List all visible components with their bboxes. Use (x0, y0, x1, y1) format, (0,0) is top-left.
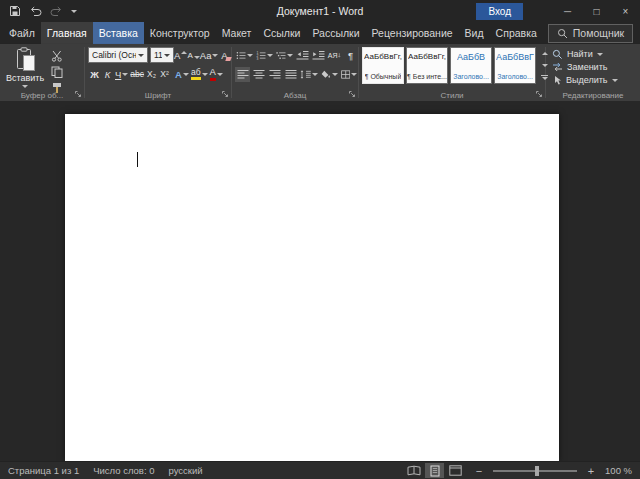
document-page[interactable] (65, 114, 559, 461)
maximize-button[interactable]: □ (582, 0, 611, 22)
tab-references[interactable]: Ссылки (257, 22, 306, 44)
zoom-slider-thumb[interactable] (535, 466, 539, 476)
save-icon (9, 5, 21, 17)
style-normal[interactable]: АаБбВвГг, ¶ Обычный (362, 47, 404, 84)
paragraph-group-label: Абзац (232, 91, 358, 100)
sort-arrow-icon (338, 51, 341, 60)
qat-customize-button[interactable] (71, 3, 77, 19)
read-mode-button[interactable] (404, 463, 423, 478)
zoom-slider[interactable] (493, 470, 577, 472)
align-center-button[interactable] (251, 67, 266, 82)
font-size-select[interactable]: 11 (150, 47, 174, 63)
paragraph-dialog-launcher[interactable] (348, 90, 356, 98)
align-left-icon (237, 69, 249, 80)
tab-layout[interactable]: Макет (216, 22, 258, 44)
page-indicator[interactable]: Страница 1 из 1 (8, 465, 79, 476)
view-switcher (404, 463, 465, 478)
find-icon (552, 49, 563, 60)
subscript-button[interactable]: X₂ (145, 67, 158, 82)
style-no-spacing[interactable]: АаБбВвГг, ¶ Без инте... (406, 47, 448, 84)
decrease-indent-button[interactable] (295, 48, 310, 63)
change-case-button[interactable]: Аа (200, 48, 218, 63)
align-left-button[interactable] (235, 67, 250, 82)
copy-icon (51, 66, 63, 78)
minimize-button[interactable]: ─ (553, 0, 582, 22)
font-name-select[interactable]: Calibri (Осн (88, 47, 148, 63)
copy-button[interactable] (51, 66, 63, 78)
bold-button[interactable]: Ж (88, 67, 101, 82)
tab-view[interactable]: Вид (459, 22, 490, 44)
italic-button[interactable]: К (101, 67, 114, 82)
caret-down-icon (183, 73, 189, 76)
italic-label: К (105, 69, 111, 80)
style-heading2[interactable]: АаБбВвГ Заголово... (494, 47, 536, 84)
zoom-out-button[interactable]: − (473, 465, 485, 477)
clear-formatting-button[interactable]: А (218, 48, 231, 63)
cut-button[interactable] (51, 50, 63, 62)
clipboard-dialog-launcher[interactable] (74, 90, 82, 98)
print-layout-button[interactable] (425, 463, 444, 478)
find-button[interactable]: Найти (552, 48, 640, 60)
bullets-button[interactable] (235, 48, 254, 63)
increase-indent-button[interactable] (311, 48, 326, 63)
title-bar: Документ1 - Word Вход ─ □ × (0, 0, 640, 22)
signin-button[interactable]: Вход (476, 3, 523, 20)
web-layout-button[interactable] (446, 463, 465, 478)
select-button[interactable]: Выделить (552, 74, 640, 86)
word-count[interactable]: Число слов: 0 (93, 465, 154, 476)
borders-button[interactable] (340, 67, 358, 82)
style-preview: АаБбВ (457, 52, 485, 62)
font-group-label: Шрифт (85, 91, 231, 100)
titlebar-right: Вход ─ □ × (476, 0, 640, 22)
font-color-label: А (210, 67, 216, 80)
caret-down-icon (612, 79, 618, 82)
paragraph-row-1: 123 АЯ ¶ (232, 47, 358, 63)
shrink-font-button[interactable]: А (187, 48, 200, 63)
style-name: ¶ Без инте... (407, 73, 447, 80)
close-button[interactable]: × (611, 0, 640, 22)
replace-button[interactable]: Заменить (552, 61, 640, 73)
multilevel-list-button[interactable] (275, 48, 294, 63)
quick-access-toolbar (0, 3, 77, 19)
zoom-level[interactable]: 100 % (605, 465, 632, 476)
grow-font-button[interactable]: А (174, 48, 187, 63)
font-row-2: Ж К Ч abc X₂ X² А аб А (88, 66, 231, 82)
dialog-launcher-icon (535, 90, 543, 98)
tab-review[interactable]: Рецензирование (366, 22, 459, 44)
tab-design[interactable]: Конструктор (144, 22, 216, 44)
font-dialog-launcher[interactable] (221, 90, 229, 98)
styles-dialog-launcher[interactable] (535, 90, 543, 98)
shading-button[interactable] (320, 67, 338, 82)
text-effects-label: А (175, 69, 182, 80)
document-area[interactable] (0, 101, 640, 461)
tab-mailings[interactable]: Рассылки (306, 22, 365, 44)
text-effects-button[interactable]: А (174, 67, 190, 82)
save-button[interactable] (9, 3, 21, 19)
font-color-button[interactable]: А (209, 67, 224, 82)
show-marks-button[interactable]: ¶ (343, 48, 358, 63)
undo-icon (29, 6, 42, 17)
ribbon: Вставить Буфер об... (0, 44, 640, 101)
sort-button[interactable]: АЯ (327, 48, 342, 63)
strikethrough-button[interactable]: abc (129, 67, 145, 82)
assistant-search[interactable]: Помощник (548, 24, 633, 43)
language-indicator[interactable]: русский (168, 465, 202, 476)
tab-home[interactable]: Главная (41, 22, 93, 44)
tab-help[interactable]: Справка (490, 22, 543, 44)
undo-button[interactable] (29, 3, 42, 19)
numbering-button[interactable]: 123 (255, 48, 274, 63)
zoom-in-button[interactable]: + (585, 465, 597, 477)
redo-button[interactable] (50, 3, 63, 19)
line-spacing-button[interactable] (299, 67, 319, 82)
justify-button[interactable] (283, 67, 298, 82)
tab-file[interactable]: Файл (3, 22, 41, 44)
align-right-button[interactable] (267, 67, 282, 82)
tab-insert[interactable]: Вставка (93, 22, 144, 44)
highlight-color-button[interactable]: аб (190, 67, 209, 82)
style-heading1[interactable]: АаБбВ Заголово... (450, 47, 492, 84)
underline-button[interactable]: Ч (114, 67, 129, 82)
redo-icon (50, 6, 63, 17)
superscript-button[interactable]: X² (158, 67, 171, 82)
font-name-value: Calibri (Осн (92, 50, 136, 60)
style-preview: АаБбВвГг, (408, 52, 446, 61)
